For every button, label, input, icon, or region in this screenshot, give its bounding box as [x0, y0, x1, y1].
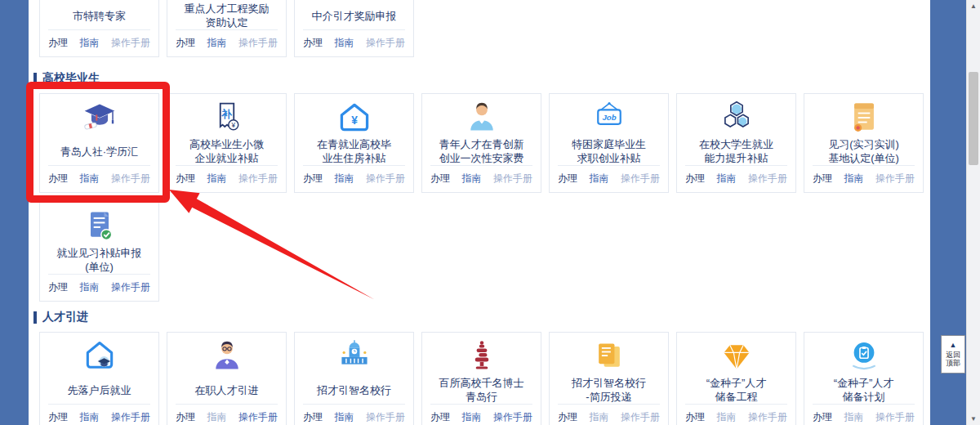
manual-link[interactable]: 操作手册	[111, 280, 150, 294]
apply-link[interactable]: 办理	[430, 410, 450, 424]
apply-link[interactable]: 办理	[48, 280, 68, 294]
annotation-arrow-icon	[159, 183, 384, 307]
service-card-xiaowei-butie: 补 ¥ 高校毕业生小微 企业就业补贴 办理 指南 操作手册	[167, 93, 287, 193]
manual-link[interactable]: 操作手册	[366, 410, 405, 424]
apply-link[interactable]: 办理	[48, 410, 68, 424]
apply-link[interactable]: 办理	[48, 172, 68, 186]
section-header-talent: 人才引进	[33, 310, 88, 324]
apply-link[interactable]: 办理	[303, 36, 323, 50]
section-title: 人才引进	[42, 310, 88, 324]
card-title: 高校毕业生小微 企业就业补贴	[167, 136, 286, 166]
guide-link[interactable]: 指南	[717, 172, 737, 186]
manual-link[interactable]: 操作手册	[621, 172, 660, 186]
guide-link[interactable]: 指南	[335, 172, 354, 186]
subsidy-ticket-icon: 补 ¥	[167, 99, 286, 136]
service-card-jianli-toudi: 招才引智名校行 -简历投递 办理 指南 操作手册	[549, 332, 669, 425]
apply-link[interactable]: 办理	[176, 410, 195, 424]
apply-link[interactable]: 办理	[558, 410, 577, 424]
scrollbar-thumb[interactable]	[969, 72, 978, 165]
service-card-nengli-tisheng: 在校大学生就业 能力提升补贴 办理 指南 操作手册	[676, 93, 796, 193]
apply-link[interactable]: 办理	[813, 410, 832, 424]
svg-text:补: 补	[220, 108, 232, 120]
scrollbar[interactable]: ▲ ▼	[966, 0, 980, 425]
guide-link[interactable]: 指南	[844, 172, 864, 186]
manual-link[interactable]: 操作手册	[238, 410, 278, 424]
manual-link[interactable]: 操作手册	[875, 410, 915, 424]
row-graduates-2: 就业见习补贴申报 (单位) 办理 指南 操作手册	[39, 202, 159, 302]
card-title: 先落户后就业	[40, 375, 158, 405]
card-title: 百所高校千名博士 青岛行	[422, 375, 541, 405]
card-title: 在青就业高校毕 业生住房补贴	[295, 136, 413, 166]
guide-link[interactable]: 指南	[717, 410, 737, 424]
apply-link[interactable]: 办理	[558, 172, 577, 186]
apply-link[interactable]: 办理	[176, 172, 195, 186]
service-card-xianluohu: 先落户后就业 办理 指南 操作手册	[39, 332, 159, 425]
graduation-cap-icon	[40, 99, 158, 136]
guide-link[interactable]: 指南	[80, 410, 100, 424]
guide-link[interactable]: 指南	[335, 410, 354, 424]
back-to-top-button[interactable]: ▲ 返回 顶部	[941, 335, 965, 374]
guide-link[interactable]: 指南	[207, 410, 227, 424]
guide-link[interactable]: 指南	[335, 36, 354, 50]
card-title: “金种子”人才 储备计划	[804, 375, 923, 405]
card-title: 特困家庭毕业生 求职创业补贴	[550, 136, 668, 166]
manual-link[interactable]: 操作手册	[748, 172, 787, 186]
service-card-zhongdian-rencai: 重点人才工程奖励 资助认定 办理 指南 操作手册	[167, 0, 287, 57]
service-card-jianxi-butie: 就业见习补贴申报 (单位) 办理 指南 操作手册	[39, 202, 159, 302]
left-frame-strip	[0, 0, 29, 425]
card-title: 市特聘专家	[40, 1, 158, 30]
gold-diamond-icon	[677, 338, 795, 375]
apply-link[interactable]: 办理	[813, 172, 832, 186]
suit-avatar-icon	[167, 338, 286, 375]
guide-link[interactable]: 指南	[462, 172, 482, 186]
service-card-xuelihui: 青岛人社·学历汇 办理 指南 操作手册	[39, 93, 159, 193]
guide-link[interactable]: 指南	[80, 36, 100, 50]
manual-link[interactable]: 操作手册	[238, 36, 278, 50]
card-title: 招才引智名校行	[295, 375, 413, 405]
manual-link[interactable]: 操作手册	[111, 172, 150, 186]
manual-link[interactable]: 操作手册	[493, 410, 532, 424]
scroll-down-icon[interactable]: ▼	[967, 415, 980, 423]
guide-link[interactable]: 指南	[80, 280, 100, 294]
row-talent: 先落户后就业 办理 指南 操作手册 在职人才引进 办理 指南 操作手册	[39, 332, 924, 425]
guide-link[interactable]: 指南	[844, 410, 864, 424]
service-card-anjiafei: 青年人才在青创新 创业一次性安家费 办理 指南 操作手册	[421, 93, 541, 193]
guide-link[interactable]: 指南	[462, 410, 482, 424]
manual-link[interactable]: 操作手册	[111, 36, 150, 50]
scroll-up-icon[interactable]: ▲	[967, 2, 980, 10]
apply-link[interactable]: 办理	[48, 36, 68, 50]
job-sign-icon: Job	[550, 99, 668, 136]
young-talent-avatar-icon	[422, 99, 541, 136]
manual-link[interactable]: 操作手册	[111, 410, 150, 424]
guide-link[interactable]: 指南	[207, 36, 227, 50]
apply-link[interactable]: 办理	[685, 410, 705, 424]
red-monument-icon	[422, 338, 541, 375]
guide-link[interactable]: 指南	[207, 172, 227, 186]
manual-link[interactable]: 操作手册	[366, 36, 405, 50]
manual-link[interactable]: 操作手册	[748, 410, 787, 424]
apply-link[interactable]: 办理	[303, 410, 323, 424]
manual-link[interactable]: 操作手册	[621, 410, 660, 424]
guide-link[interactable]: 指南	[80, 172, 100, 186]
card-title: “金种子”人才 储备工程	[677, 375, 795, 405]
guide-link[interactable]: 指南	[590, 172, 609, 186]
service-card-jinzhongzi-gongcheng: “金种子”人才 储备工程 办理 指南 操作手册	[676, 332, 796, 425]
card-title: 在职人才引进	[167, 375, 286, 405]
resume-documents-icon	[550, 338, 668, 375]
service-card-shi-tepin-zhuanjia: 市特聘专家 办理 指南 操作手册	[39, 0, 159, 57]
apply-link[interactable]: 办理	[176, 36, 195, 50]
apply-link[interactable]: 办理	[303, 172, 323, 186]
apply-link[interactable]: 办理	[430, 172, 450, 186]
section-bar	[33, 73, 37, 85]
up-triangle-icon: ▲	[950, 342, 957, 349]
document-check-icon	[40, 208, 158, 245]
card-title: 青年人才在青创新 创业一次性安家费	[422, 136, 541, 166]
apply-link[interactable]: 办理	[685, 172, 705, 186]
service-card-zaizhi-yinjin: 在职人才引进 办理 指南 操作手册	[167, 332, 287, 425]
manual-link[interactable]: 操作手册	[366, 172, 405, 186]
manual-link[interactable]: 操作手册	[238, 172, 278, 186]
guide-link[interactable]: 指南	[590, 410, 609, 424]
manual-link[interactable]: 操作手册	[875, 172, 915, 186]
manual-link[interactable]: 操作手册	[493, 172, 532, 186]
service-card-zhongjie-yincai: 中介引才奖励申报 办理 指南 操作手册	[294, 0, 414, 57]
